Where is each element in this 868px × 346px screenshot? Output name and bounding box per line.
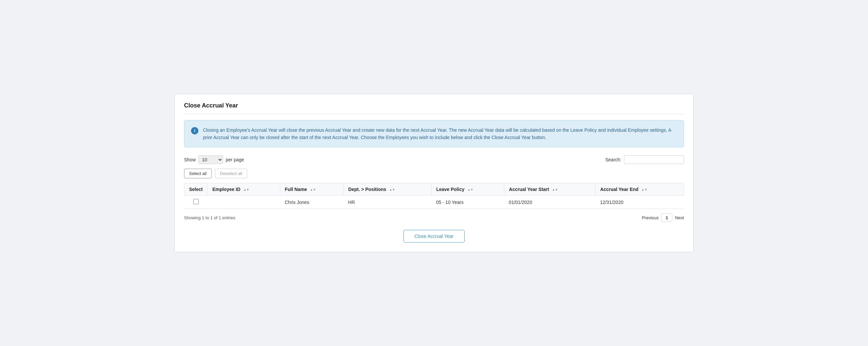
sort-arrows-accrual-start: ▲▼ bbox=[552, 188, 558, 191]
close-accrual-year-button[interactable]: Close Accrual Year bbox=[403, 230, 465, 243]
page-number-button[interactable]: 1 bbox=[661, 214, 672, 222]
search-label: Search: bbox=[606, 157, 621, 162]
sort-arrows-leave-policy: ▲▼ bbox=[467, 188, 473, 191]
col-accrual-start[interactable]: Accrual Year Start ▲▼ bbox=[504, 183, 595, 196]
selection-buttons-row: Select all Deselect all bbox=[184, 169, 684, 178]
sort-arrows-dept: ▲▼ bbox=[389, 188, 395, 191]
show-label: Show bbox=[184, 157, 196, 162]
row-dept-positions: HR bbox=[343, 196, 431, 209]
col-leave-policy[interactable]: Leave Policy ▲▼ bbox=[431, 183, 504, 196]
select-all-button[interactable]: Select all bbox=[184, 169, 212, 178]
controls-row: Show 10 25 50 100 per page Search: bbox=[184, 155, 684, 164]
info-box: i Closing an Employee's Accrual Year wil… bbox=[184, 120, 684, 148]
col-dept-positions[interactable]: Dept. > Positions ▲▼ bbox=[343, 183, 431, 196]
info-icon: i bbox=[191, 127, 198, 134]
row-leave-policy: 05 - 10 Years bbox=[431, 196, 504, 209]
col-accrual-end[interactable]: Accrual Year End ▲▼ bbox=[595, 183, 684, 196]
row-select-cell[interactable] bbox=[184, 196, 208, 209]
pagination: Previous 1 Next bbox=[642, 214, 684, 222]
col-select: Select bbox=[184, 183, 208, 196]
table-footer: Showing 1 to 1 of 1 entries Previous 1 N… bbox=[184, 214, 684, 222]
search-input[interactable] bbox=[624, 155, 684, 164]
per-page-label: per page bbox=[226, 157, 244, 162]
table-row: Chris Jones HR 05 - 10 Years 01/01/2020 … bbox=[184, 196, 684, 209]
row-employee-id bbox=[208, 196, 280, 209]
col-full-name[interactable]: Full Name ▲▼ bbox=[280, 183, 343, 196]
col-employee-id[interactable]: Employee ID ▲▼ bbox=[208, 183, 280, 196]
search-group: Search: bbox=[606, 155, 684, 164]
table-header-row: Select Employee ID ▲▼ Full Name ▲▼ Dept.… bbox=[184, 183, 684, 196]
page-title: Close Accrual Year bbox=[184, 102, 684, 114]
previous-button[interactable]: Previous bbox=[642, 215, 659, 220]
row-checkbox[interactable] bbox=[193, 199, 199, 204]
sort-arrows-full-name: ▲▼ bbox=[310, 188, 316, 191]
next-button[interactable]: Next bbox=[675, 215, 684, 220]
info-text: Closing an Employee's Accrual Year will … bbox=[203, 126, 677, 141]
row-full-name: Chris Jones bbox=[280, 196, 343, 209]
row-accrual-start: 01/01/2020 bbox=[504, 196, 595, 209]
show-per-page-group: Show 10 25 50 100 per page bbox=[184, 155, 244, 164]
main-card: Close Accrual Year i Closing an Employee… bbox=[175, 94, 693, 253]
row-accrual-end: 12/31/2020 bbox=[595, 196, 684, 209]
close-accrual-year-row: Close Accrual Year bbox=[184, 230, 684, 243]
showing-entries-text: Showing 1 to 1 of 1 entries bbox=[184, 215, 235, 220]
sort-arrows-employee-id: ▲▼ bbox=[243, 188, 249, 191]
sort-arrows-accrual-end: ▲▼ bbox=[641, 188, 647, 191]
employees-table: Select Employee ID ▲▼ Full Name ▲▼ Dept.… bbox=[184, 183, 684, 209]
per-page-select[interactable]: 10 25 50 100 bbox=[198, 155, 223, 164]
deselect-all-button[interactable]: Deselect all bbox=[215, 169, 247, 178]
